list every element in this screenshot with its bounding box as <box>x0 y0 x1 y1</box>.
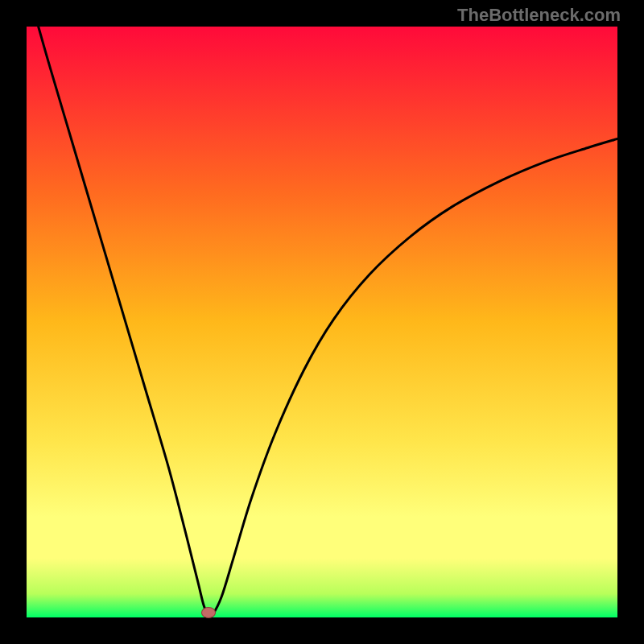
plot-area <box>27 27 617 617</box>
chart-stage: TheBottleneck.com <box>0 0 644 644</box>
watermark-text: TheBottleneck.com <box>457 5 621 26</box>
minimum-point-marker <box>201 607 216 618</box>
series-bottleneck-curve <box>39 27 617 617</box>
bottleneck-curve <box>27 27 617 617</box>
